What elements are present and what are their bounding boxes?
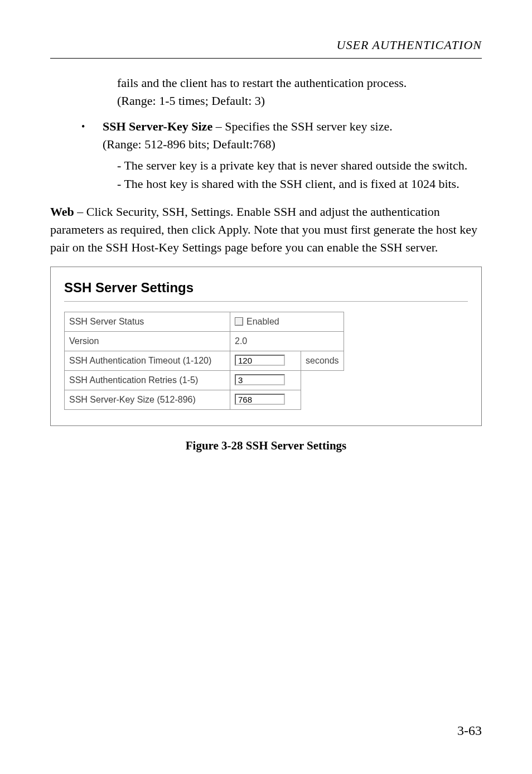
body-content: fails and the client has to restart the … — [0, 74, 532, 454]
settings-table: SSH Server Status Enabled Version 2.0 SS… — [64, 312, 344, 410]
row-auth-timeout: SSH Authentication Timeout (1-120) 120 s… — [65, 351, 344, 370]
web-rest: – Click Security, SSH, Settings. Enable … — [50, 205, 477, 254]
row-auth-retries: SSH Authentication Retries (1-5) 3 — [65, 370, 344, 390]
auth-timeout-input[interactable]: 120 — [235, 355, 285, 366]
row-version: Version 2.0 — [65, 331, 344, 351]
bullet-body: SSH Server-Key Size – Specifies the SSH … — [103, 118, 482, 153]
sub-bullet-1: - The server key is a private key that i… — [117, 157, 482, 175]
row-ssh-status: SSH Server Status Enabled — [65, 312, 344, 331]
sub-bullet-2: - The host key is shared with the SSH cl… — [117, 175, 482, 193]
para1-line1: fails and the client has to restart the … — [117, 76, 407, 90]
bullet-marker: • — [81, 118, 103, 153]
label-version: Version — [65, 331, 230, 351]
sub-bullets: - The server key is a private key that i… — [117, 157, 482, 194]
unit-seconds: seconds — [301, 351, 344, 370]
bullet-rest: – Specifies the SSH server key size. — [212, 119, 393, 133]
server-key-size-input[interactable]: 768 — [235, 394, 285, 405]
value-ssh-status: Enabled — [230, 312, 344, 331]
bullet-label: SSH Server-Key Size — [103, 119, 212, 133]
header-rule — [50, 58, 482, 59]
empty-cell-1 — [301, 370, 344, 390]
figure-caption: Figure 3-28 SSH Server Settings — [50, 437, 482, 454]
figure-title: SSH Server Settings — [64, 278, 468, 298]
figure-rule — [64, 301, 468, 302]
row-server-key-size: SSH Server-Key Size (512-896) 768 — [65, 390, 344, 409]
enabled-label: Enabled — [246, 315, 279, 328]
empty-cell-2 — [301, 390, 344, 409]
page-number: 3-63 — [457, 723, 482, 738]
label-server-key-size: SSH Server-Key Size (512-896) — [65, 390, 230, 409]
auth-retries-input[interactable]: 3 — [235, 374, 285, 385]
value-version: 2.0 — [230, 331, 344, 351]
value-auth-timeout-cell: 120 — [230, 351, 301, 370]
web-paragraph: Web – Click Security, SSH, Settings. Ena… — [50, 203, 482, 257]
figure-screenshot: SSH Server Settings SSH Server Status En… — [50, 267, 482, 426]
bullet-item-ssh-key-size: • SSH Server-Key Size – Specifies the SS… — [81, 118, 482, 153]
label-ssh-status: SSH Server Status — [65, 312, 230, 331]
label-auth-timeout: SSH Authentication Timeout (1-120) — [65, 351, 230, 370]
value-auth-retries-cell: 3 — [230, 370, 301, 390]
label-auth-retries: SSH Authentication Retries (1-5) — [65, 370, 230, 390]
bullet-line2: (Range: 512-896 bits; Default:768) — [103, 137, 275, 151]
continuation-paragraph: fails and the client has to restart the … — [117, 74, 482, 110]
web-bold: Web — [50, 205, 74, 219]
enabled-checkbox[interactable] — [235, 317, 243, 326]
running-header: USER AUTHENTICATION — [0, 0, 532, 56]
para1-line2: (Range: 1-5 times; Default: 3) — [117, 94, 265, 108]
value-server-key-size-cell: 768 — [230, 390, 301, 409]
